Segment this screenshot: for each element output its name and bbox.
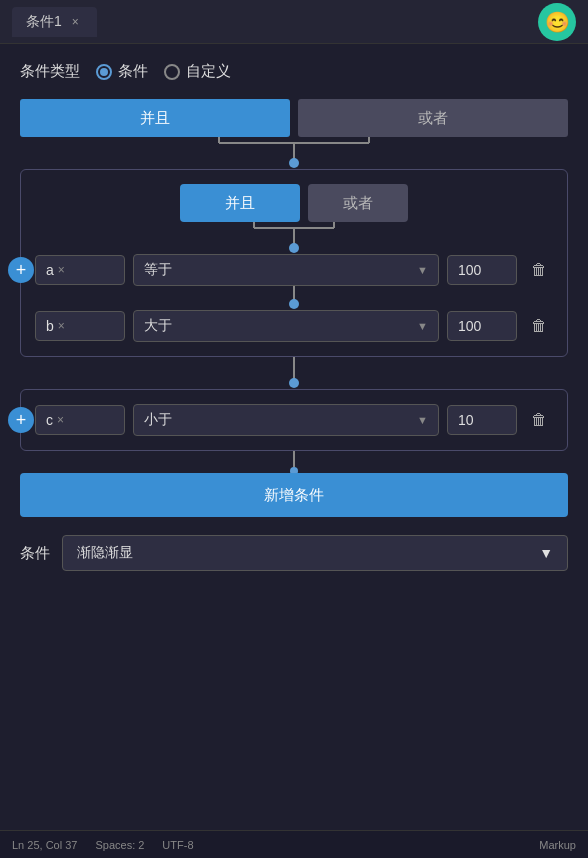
add-condition-button[interactable]: 新增条件: [20, 473, 568, 517]
op-select-1[interactable]: 大于 ▼: [133, 310, 439, 342]
outer-condition-box: + c × 小于 ▼ 10 🗑: [20, 389, 568, 451]
outer-or-button[interactable]: 或者: [298, 99, 568, 137]
radio-circle-condition: [96, 64, 112, 80]
var-tag-0[interactable]: a ×: [35, 255, 125, 285]
radio-circle-custom: [164, 64, 180, 80]
delete-btn-outer[interactable]: 🗑: [525, 407, 553, 433]
effect-select-value: 渐隐渐显: [77, 544, 133, 562]
var-label-0: a: [46, 262, 54, 278]
radio-label-custom: 自定义: [186, 62, 231, 81]
var-tag-1[interactable]: b ×: [35, 311, 125, 341]
group-connector-svg: [284, 357, 304, 389]
outer-and-button[interactable]: 并且: [20, 99, 290, 137]
svg-point-13: [289, 378, 299, 388]
var-label-1: b: [46, 318, 54, 334]
outer-logic-buttons: 并且 或者: [20, 99, 568, 137]
op-label-1: 大于: [144, 317, 172, 335]
inner-logic-buttons: 并且 或者: [35, 184, 553, 222]
inner-connector: [35, 222, 553, 254]
inner-and-button[interactable]: 并且: [180, 184, 300, 222]
outer-connector-svg: [144, 137, 444, 169]
avatar-icon: 😊: [545, 10, 570, 34]
bottom-section: 新增条件 条件 渐隐渐显 ▼: [0, 473, 588, 571]
var-label-outer: c: [46, 412, 53, 428]
condition-type-row: 条件类型 条件 自定义: [20, 62, 568, 81]
condition-type-label: 条件类型: [20, 62, 80, 81]
avatar-button[interactable]: 😊: [538, 3, 576, 41]
tab-label: 条件1: [26, 13, 62, 31]
add-condition-outer-button[interactable]: +: [8, 407, 34, 433]
bottom-connector-svg: [284, 451, 304, 473]
var-remove-1[interactable]: ×: [58, 319, 65, 333]
delete-btn-0[interactable]: 🗑: [525, 257, 553, 283]
main-content: 条件类型 条件 自定义 并且 或者: [0, 44, 588, 389]
var-remove-0[interactable]: ×: [58, 263, 65, 277]
radio-option-custom[interactable]: 自定义: [164, 62, 231, 81]
inner-group-box: 并且 或者 + a × 等于 ▼ 100: [20, 169, 568, 357]
tab-close-button[interactable]: ×: [68, 13, 83, 31]
effect-row: 条件 渐隐渐显 ▼: [20, 535, 568, 571]
bottom-connector: [20, 451, 568, 473]
status-tool: Markup: [539, 839, 576, 851]
radio-option-condition[interactable]: 条件: [96, 62, 148, 81]
val-input-1[interactable]: 100: [447, 311, 517, 341]
op-select-0[interactable]: 等于 ▼: [133, 254, 439, 286]
tab-item[interactable]: 条件1 ×: [12, 7, 97, 37]
svg-point-4: [289, 158, 299, 168]
op-label-0: 等于: [144, 261, 172, 279]
status-encoding: UTF-8: [162, 839, 193, 851]
op-arrow-1: ▼: [417, 320, 428, 332]
var-tag-outer[interactable]: c ×: [35, 405, 125, 435]
effect-select-arrow: ▼: [539, 545, 553, 561]
effect-label: 条件: [20, 544, 50, 563]
inner-connector-svg: [194, 222, 394, 254]
val-input-outer[interactable]: 10: [447, 405, 517, 435]
group-to-outer-connector: [20, 357, 568, 389]
tab-bar: 条件1 × 😊: [0, 0, 588, 44]
op-select-outer[interactable]: 小于 ▼: [133, 404, 439, 436]
condition-row-1: b × 大于 ▼ 100 🗑: [35, 310, 553, 342]
effect-select[interactable]: 渐隐渐显 ▼: [62, 535, 568, 571]
condition-row-0: a × 等于 ▼ 100 🗑: [35, 254, 553, 286]
radio-group: 条件 自定义: [96, 62, 231, 81]
add-condition-inner-button[interactable]: +: [8, 257, 34, 283]
radio-label-condition: 条件: [118, 62, 148, 81]
var-remove-outer[interactable]: ×: [57, 413, 64, 427]
op-label-outer: 小于: [144, 411, 172, 429]
status-ln: Ln 25, Col 37: [12, 839, 77, 851]
outer-connector-section: [20, 137, 568, 169]
val-input-0[interactable]: 100: [447, 255, 517, 285]
status-bar: Ln 25, Col 37 Spaces: 2 UTF-8 Markup: [0, 830, 588, 858]
svg-point-9: [289, 243, 299, 253]
row-connector-0: [35, 286, 553, 310]
op-arrow-outer: ▼: [417, 414, 428, 426]
op-arrow-0: ▼: [417, 264, 428, 276]
row-connector-svg-0: [284, 286, 304, 310]
inner-or-button[interactable]: 或者: [308, 184, 408, 222]
condition-row-outer: c × 小于 ▼ 10 🗑: [35, 404, 553, 436]
svg-point-11: [289, 299, 299, 309]
delete-btn-1[interactable]: 🗑: [525, 313, 553, 339]
status-spaces: Spaces: 2: [95, 839, 144, 851]
